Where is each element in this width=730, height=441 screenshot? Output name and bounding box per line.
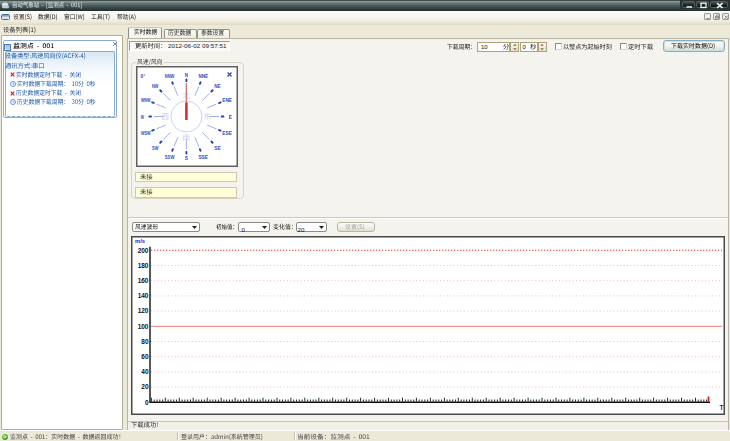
svg-text:SE: SE — [214, 144, 220, 151]
svg-text:SSW: SSW — [165, 153, 175, 160]
svg-text:80: 80 — [141, 338, 149, 345]
svg-text:E: E — [229, 113, 232, 120]
svg-text:ENE: ENE — [222, 96, 232, 103]
svg-text:60: 60 — [141, 353, 149, 360]
svg-text:WSW: WSW — [141, 129, 151, 136]
svg-text:180: 180 — [137, 262, 148, 269]
svg-text:NW: NW — [152, 82, 158, 89]
svg-text:N: N — [185, 71, 189, 78]
svg-text:200: 200 — [137, 247, 148, 254]
svg-text:120: 120 — [137, 307, 148, 314]
svg-text:SSE: SSE — [198, 153, 208, 160]
svg-text:160: 160 — [137, 277, 148, 284]
svg-text:SW: SW — [152, 144, 159, 151]
svg-text:0: 0 — [144, 399, 148, 406]
svg-text:20: 20 — [141, 383, 149, 390]
svg-text:100: 100 — [137, 323, 148, 330]
svg-text:0°: 0° — [141, 72, 146, 79]
svg-text:T: T — [719, 404, 723, 411]
svg-text:m/s: m/s — [135, 238, 146, 244]
svg-text:WNW: WNW — [141, 96, 151, 103]
svg-text:NNE: NNE — [198, 72, 208, 79]
svg-text:ESE: ESE — [222, 129, 232, 136]
svg-text:W: W — [141, 113, 144, 120]
svg-text:NE: NE — [214, 82, 220, 89]
svg-text:NNW: NNW — [165, 72, 175, 79]
svg-text:S: S — [185, 154, 188, 161]
svg-text:40: 40 — [141, 368, 149, 375]
svg-text:140: 140 — [137, 292, 148, 299]
